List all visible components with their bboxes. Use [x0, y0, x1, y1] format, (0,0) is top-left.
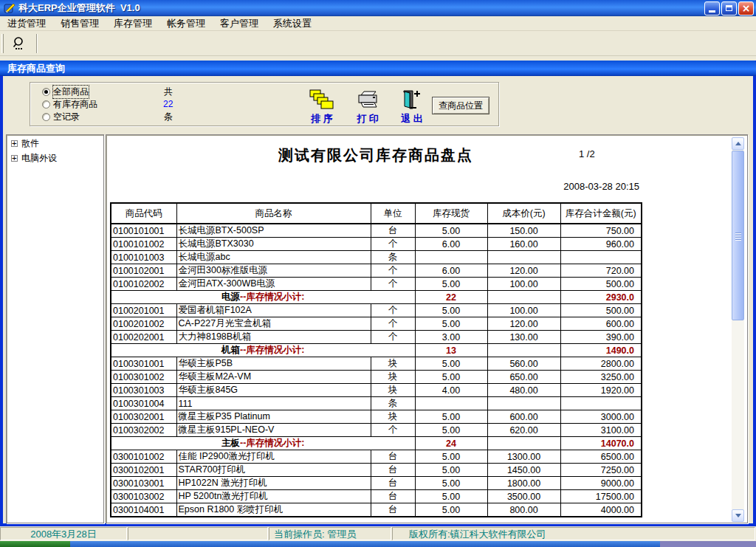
col-header-unit: 单位: [371, 203, 415, 224]
thumb-grip-icon: [735, 233, 741, 241]
inventory-query-window: 库存商品查询 全部商品 有库存商品 空记录 共 22: [0, 61, 756, 526]
close-button[interactable]: ×: [738, 1, 754, 16]
table-row: 0100302002微星主板915PL-NEO-V个5.00620.003100…: [111, 424, 642, 437]
report-page-number: 1 /2: [579, 148, 595, 159]
status-empty-panel: [128, 527, 268, 540]
tree-item-label[interactable]: 电脑外设: [21, 152, 57, 165]
locate-product-button[interactable]: 查商品位置: [432, 97, 489, 114]
exit-icon[interactable]: [391, 88, 433, 110]
scroll-up-button[interactable]: [732, 137, 744, 150]
taskbar-item-sliver: [660, 541, 756, 547]
sort-icon[interactable]: [300, 88, 343, 110]
table-row: 0100202001大力神8198B机箱个3.00130.00390.00: [111, 331, 642, 344]
col-header-name: 商品名称: [176, 203, 371, 224]
toolbar-separator: [36, 34, 38, 53]
taskbar-blue-sliver: [70, 541, 660, 547]
table-row: 0100301003华硕主板845G块4.00480.001920.00: [111, 384, 642, 397]
minimize-button[interactable]: [704, 1, 720, 16]
col-header-code: 商品代码: [111, 203, 176, 224]
radio-icon[interactable]: [42, 113, 50, 121]
report-preview-panel: 测试有限公司库存商品盘点 1 /2 2008-03-28 20:15 商品代码 …: [106, 134, 748, 523]
app-logo-icon: [4, 2, 16, 14]
expand-plus-icon[interactable]: [11, 140, 18, 147]
radio-group-scope: 全部商品 有库存商品 空记录: [42, 86, 97, 123]
exit-label[interactable]: 退 出: [391, 112, 433, 125]
taskbar-sliver: [0, 541, 756, 547]
menu-purchase[interactable]: 进货管理: [0, 16, 53, 32]
status-copyright: 版权所有:镇江科大软件有限公司: [392, 527, 755, 540]
window-title: 科大ERP企业管理软件 V1.0: [18, 1, 140, 15]
radio-in-stock[interactable]: 有库存商品: [42, 98, 97, 111]
restore-button[interactable]: [721, 1, 737, 16]
radio-icon[interactable]: [42, 88, 50, 96]
menu-sales[interactable]: 销售管理: [53, 16, 106, 32]
tree-item-parts[interactable]: 散件: [11, 137, 103, 150]
vertical-scrollbar[interactable]: [732, 137, 744, 522]
sort-label[interactable]: 排 序: [300, 112, 343, 125]
table-row: 0100101003长城电源abc条: [111, 251, 642, 264]
status-date: 2008年3月28日: [0, 527, 127, 540]
table-row: 0100201002CA-P227月光宝盒机箱个5.00120.00600.00: [111, 317, 642, 331]
inventory-table: 商品代码 商品名称 单位 库存现货 成本价(元) 库存合计金额(元) 01001…: [110, 202, 642, 517]
col-header-total: 库存合计金额(元): [560, 203, 642, 224]
chevron-down-icon: [735, 514, 741, 517]
menu-bar: 进货管理 销售管理 库存管理 帐务管理 客户管理 系统设置: [0, 16, 756, 31]
print-label[interactable]: 打 印: [346, 112, 389, 125]
col-header-cost: 成本价(元): [487, 203, 560, 224]
table-row: 0100301001华硕主板P5B块5.00560.002800.00: [111, 357, 642, 371]
print-button[interactable]: 打 印: [346, 88, 389, 125]
table-row: 0100101002长城电源BTX3030个6.00160.00960.00: [111, 238, 642, 251]
col-header-qty: 库存现货: [415, 203, 487, 224]
child-window-title: 库存商品查询: [7, 62, 65, 75]
table-row: 0100201001爱国者机箱F102A个5.00100.00500.00: [111, 304, 642, 317]
tree-item-peripherals[interactable]: 电脑外设: [11, 152, 103, 165]
table-header-row: 商品代码 商品名称 单位 库存现货 成本价(元) 库存合计金额(元): [111, 203, 642, 224]
table-row: 0300101002佳能 IP2900激光打印机台5.001300.006500…: [111, 450, 642, 464]
menu-customer[interactable]: 客户管理: [213, 16, 266, 32]
count-prefix: 共: [163, 86, 173, 98]
expand-plus-icon[interactable]: [11, 155, 18, 162]
child-title-bar: 库存商品查询: [0, 61, 756, 76]
count-suffix: 条: [163, 111, 173, 123]
search-icon: [11, 35, 27, 52]
table-row: 0300102001STAR700打印机台5.001450.007250.00: [111, 464, 642, 477]
report-table-body: 0100101001长城电源BTX-500SP台5.00150.00750.00…: [111, 224, 642, 517]
table-row: 0100102001金河田300标准版电源个6.00120.00720.00: [111, 264, 642, 278]
child-client-area: 全部商品 有库存商品 空记录 共 22 条: [3, 76, 753, 523]
table-row: 0100302001微星主板P35 Platinum块5.00600.00300…: [111, 410, 642, 424]
exit-button[interactable]: 退 出: [391, 88, 433, 125]
table-row: 0300104001Epson R1800 彩喷打印机台5.00800.0040…: [111, 503, 642, 517]
subtotal-row: 主板--库存情况小计:2414070.0: [111, 437, 642, 450]
table-row: 0100301002华硕主板M2A-VM块5.00650.003250.00: [111, 371, 642, 384]
radio-icon[interactable]: [42, 100, 50, 109]
scrollbar-thumb[interactable]: [732, 151, 744, 320]
scroll-down-button[interactable]: [732, 509, 744, 522]
radio-empty-records[interactable]: 空记录: [42, 111, 97, 123]
record-count: 共 22 条: [163, 86, 173, 123]
table-row: 0300103001HP1022N 激光打印机台5.001800.009000.…: [111, 477, 642, 490]
status-bar: 2008年3月28日 当前操作员: 管理员 版权所有:镇江科大软件有限公司: [0, 526, 756, 541]
table-row: 0300103002HP 5200tn激光打印机台5.003500.001750…: [111, 490, 642, 503]
filter-panel: 全部商品 有库存商品 空记录 共 22 条: [30, 82, 499, 126]
radio-all-products[interactable]: 全部商品: [42, 86, 97, 98]
status-operator: 当前操作员: 管理员: [269, 527, 391, 540]
count-value: 22: [163, 98, 173, 111]
chevron-up-icon: [735, 142, 741, 145]
tool-bar: [0, 31, 756, 56]
table-row: 0100301004111条: [111, 397, 642, 410]
subtotal-row: 电源--库存情况小计:222930.0: [111, 291, 642, 304]
tree-item-label[interactable]: 散件: [21, 137, 39, 150]
menu-inventory[interactable]: 库存管理: [106, 16, 159, 32]
search-button[interactable]: [7, 33, 32, 54]
subtotal-row: 机箱--库存情况小计:131490.0: [111, 344, 642, 357]
menu-system[interactable]: 系统设置: [266, 16, 319, 32]
print-icon[interactable]: [346, 88, 389, 110]
toolbar-grip[interactable]: [1, 34, 4, 53]
sort-button[interactable]: 排 序: [300, 88, 343, 125]
start-button-sliver: [0, 541, 70, 547]
menu-accounting[interactable]: 帐务管理: [159, 16, 213, 32]
report-title: 测试有限公司库存商品盘点: [106, 145, 645, 165]
report-datetime: 2008-03-28 20:15: [416, 181, 639, 192]
category-tree: 散件 电脑外设: [6, 134, 104, 523]
title-bar: 科大ERP企业管理软件 V1.0 ×: [0, 0, 756, 16]
